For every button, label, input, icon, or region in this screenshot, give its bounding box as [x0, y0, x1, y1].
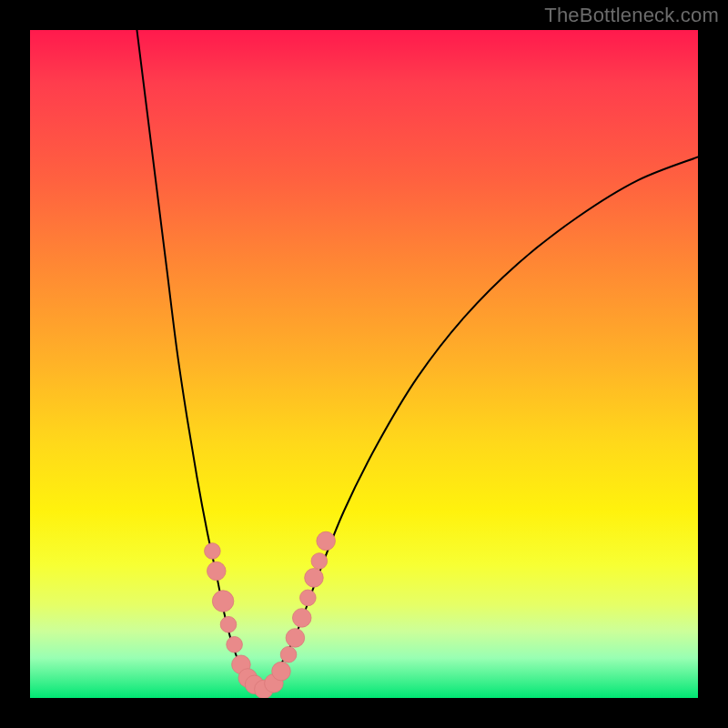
data-marker — [292, 609, 311, 628]
data-marker — [305, 569, 324, 588]
data-marker — [300, 590, 317, 606]
chart-frame: TheBottleneck.com — [0, 0, 728, 728]
data-marker — [286, 629, 305, 648]
watermark-text: TheBottleneck.com — [544, 4, 719, 27]
data-marker — [272, 662, 291, 681]
data-marker — [317, 531, 336, 551]
data-marker — [311, 553, 328, 570]
data-marker — [220, 616, 237, 632]
data-marker — [280, 646, 297, 662]
data-marker — [227, 636, 243, 652]
curve-right-branch — [264, 157, 698, 691]
data-marker — [207, 561, 227, 581]
plot-area — [30, 30, 698, 698]
curve-left-branch — [136, 30, 263, 692]
data-marker — [205, 543, 221, 560]
chart-svg — [30, 30, 698, 698]
data-marker — [212, 591, 233, 612]
